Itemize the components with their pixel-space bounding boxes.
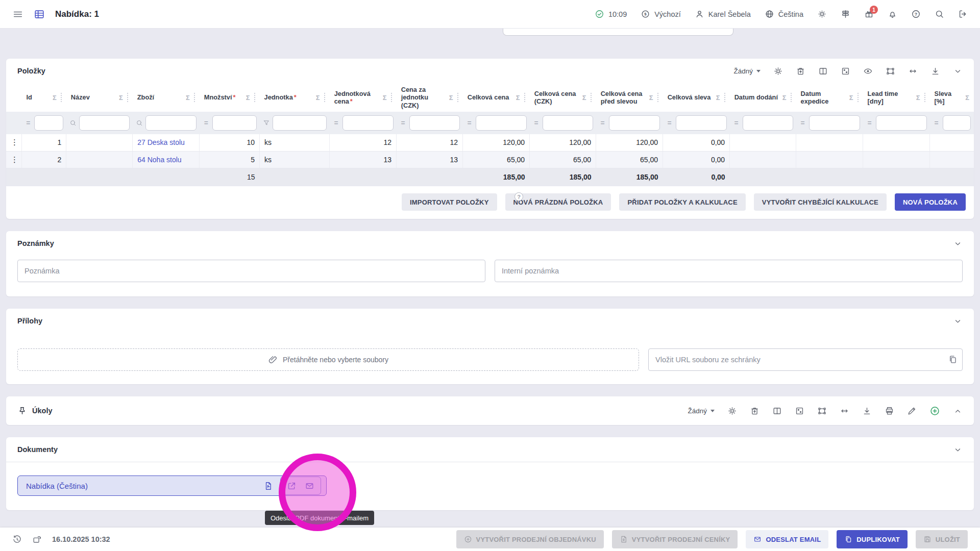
open-document-button[interactable] — [287, 481, 297, 491]
col-header-nazev[interactable]: NázevΣ — [66, 83, 133, 112]
column-resize-handle[interactable] — [127, 93, 128, 102]
col-header-zbozi[interactable]: ZbožíΣ — [133, 83, 200, 112]
equals-filter-icon[interactable]: = — [203, 119, 210, 127]
sum-icon[interactable]: Σ — [449, 94, 453, 102]
filter-input-nazev[interactable] — [79, 115, 130, 131]
documents-collapse-button[interactable] — [953, 445, 963, 455]
paste-clipboard-icon[interactable] — [948, 355, 958, 364]
equals-filter-icon[interactable]: = — [599, 119, 606, 127]
filter-input-mnozstvi[interactable] — [212, 115, 257, 131]
tasks-edit-button[interactable] — [907, 406, 917, 416]
sum-icon[interactable]: Σ — [582, 94, 586, 102]
sum-icon[interactable]: Σ — [516, 94, 520, 102]
filter-input-id[interactable] — [34, 115, 63, 131]
filter-input-celkova-cena-czk[interactable] — [543, 115, 593, 131]
column-resize-handle[interactable] — [924, 93, 925, 102]
theme-toggle[interactable] — [817, 9, 827, 19]
items-gallery-button[interactable] — [841, 66, 850, 76]
items-settings-button[interactable] — [773, 66, 783, 76]
product-link[interactable]: 27 Deska stolu — [137, 138, 185, 146]
column-resize-handle[interactable] — [324, 93, 325, 102]
guidepost-button[interactable] — [841, 9, 850, 19]
tasks-settings-button[interactable] — [727, 406, 737, 416]
equals-filter-icon[interactable]: = — [933, 119, 940, 127]
notes-collapse-button[interactable] — [953, 239, 963, 248]
logout-button[interactable] — [958, 9, 968, 19]
file-url-field[interactable] — [648, 348, 963, 371]
equals-filter-icon[interactable]: = — [799, 119, 806, 127]
col-header-datum-expedice[interactable]: Datum expediceΣ — [796, 83, 863, 112]
equals-filter-icon[interactable]: = — [733, 119, 740, 127]
col-header-lead-time[interactable]: Lead time [dny]Σ — [863, 83, 930, 112]
column-resize-handle[interactable] — [254, 93, 255, 102]
col-header-sleva-pct[interactable]: Sleva [%]Σ — [930, 83, 974, 112]
col-header-jednotkova-cena[interactable]: Jednotková cena*Σ — [330, 83, 397, 112]
product-link[interactable]: 64 Noha stolu — [137, 156, 181, 164]
filter-input-lead-time[interactable] — [876, 115, 927, 131]
column-resize-handle[interactable] — [857, 93, 859, 102]
column-resize-handle[interactable] — [590, 93, 592, 102]
equals-filter-icon[interactable]: = — [333, 119, 340, 127]
items-collapse-button[interactable] — [953, 66, 963, 76]
sum-icon[interactable]: Σ — [782, 94, 787, 102]
column-resize-handle[interactable] — [524, 93, 525, 102]
sync-status[interactable]: 10:09 — [595, 9, 627, 19]
filter-input-zbozi[interactable] — [145, 115, 197, 131]
filter-input-sleva-pct[interactable] — [943, 115, 971, 131]
equals-filter-icon[interactable]: = — [666, 119, 673, 127]
search-filter-icon[interactable] — [136, 119, 143, 127]
column-resize-handle[interactable] — [193, 93, 195, 102]
filter-input-jednotka[interactable] — [273, 115, 327, 131]
col-header-mnozstvi[interactable]: Množství*Σ — [200, 83, 260, 112]
col-header-celkova-sleva[interactable]: Celková slevaΣ — [663, 83, 730, 112]
col-header-pred-slevou[interactable]: Celková cena před slevouΣ — [596, 83, 663, 112]
tasks-fit-width-button[interactable] — [840, 406, 849, 416]
sum-icon[interactable]: Σ — [119, 94, 123, 102]
items-columns-button[interactable] — [818, 66, 828, 76]
column-resize-handle[interactable] — [457, 93, 458, 102]
filter-input-datum-dodani[interactable] — [743, 115, 793, 131]
tasks-groupby-dropdown[interactable]: Žádný — [688, 407, 715, 415]
file-dropzone[interactable]: Přetáhněte nebo vyberte soubory — [17, 348, 639, 371]
sum-icon[interactable]: Σ — [916, 94, 920, 102]
filter-input-celkova-cena[interactable] — [476, 115, 527, 131]
equals-filter-icon[interactable]: = — [24, 119, 32, 127]
save-button[interactable]: ULOŽIT — [916, 530, 968, 548]
tasks-add-button[interactable] — [929, 406, 940, 416]
column-resize-handle[interactable] — [60, 93, 62, 102]
sum-icon[interactable]: Σ — [246, 94, 250, 102]
send-email-button[interactable]: ODESLAT EMAIL — [746, 530, 828, 548]
column-resize-handle[interactable] — [657, 93, 658, 102]
column-resize-handle[interactable] — [790, 93, 792, 102]
tasks-gallery-button[interactable] — [795, 406, 804, 416]
notifications-button[interactable] — [888, 9, 897, 19]
sum-icon[interactable]: Σ — [716, 94, 720, 102]
equals-filter-icon[interactable]: = — [866, 119, 873, 127]
items-delete-button[interactable] — [796, 66, 805, 76]
duplicate-button[interactable]: DUPLIKOVAT — [837, 530, 908, 548]
sum-icon[interactable]: Σ — [316, 94, 320, 102]
col-header-jednotka[interactable]: Jednotka*Σ — [260, 83, 330, 112]
items-fit-width-button[interactable] — [908, 66, 918, 76]
row-menu-icon[interactable]: ⋮ — [6, 134, 21, 151]
help-button[interactable] — [911, 9, 921, 19]
col-header-datum-dodani[interactable]: Datum dodáníΣ — [730, 83, 796, 112]
filter-input-celkova-sleva[interactable] — [676, 115, 727, 131]
add-items-calculations-button[interactable]: PŘIDAT POLOŽKY A KALKULACE — [619, 193, 745, 211]
sum-icon[interactable]: Σ — [186, 94, 190, 102]
whats-new-button[interactable]: 1 — [864, 9, 874, 19]
table-row[interactable]: ⋮ 2 64 Noha stolu 5 ks 13 13 65,00 65,00… — [6, 151, 974, 168]
sum-icon[interactable]: Σ — [53, 94, 57, 102]
column-resize-handle[interactable] — [390, 93, 392, 102]
restore-version-button[interactable] — [32, 535, 42, 544]
create-sales-pricelists-button[interactable]: VYTVOŘIT PRODEJNÍ CENÍKY — [612, 530, 738, 548]
create-missing-calculations-button[interactable]: VYTVOŘIT CHYBĚJÍCÍ KALKULACE — [754, 193, 887, 211]
search-filter-icon[interactable] — [69, 119, 77, 127]
filter-input-jednotkova-cena[interactable] — [342, 115, 394, 131]
tasks-selection-button[interactable] — [817, 406, 827, 416]
attachments-collapse-button[interactable] — [953, 316, 963, 326]
sum-icon[interactable]: Σ — [965, 94, 969, 102]
row-menu-icon[interactable]: ⋮ — [6, 151, 21, 168]
pricelist-selector[interactable]: Výchozí — [641, 9, 681, 19]
sum-icon[interactable]: Σ — [849, 94, 853, 102]
